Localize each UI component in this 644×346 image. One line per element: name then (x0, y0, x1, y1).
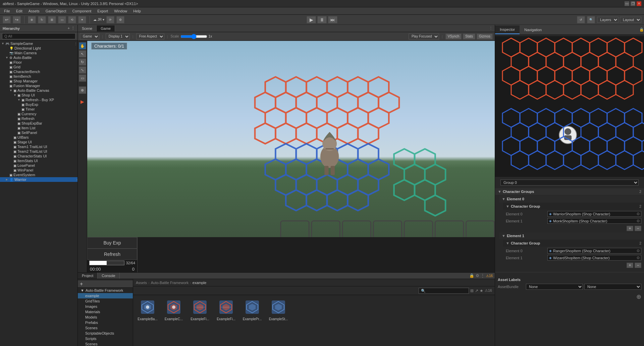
breadcrumb-assets[interactable]: Assets (136, 281, 147, 285)
tree-item-refresh[interactable]: ▣ Refresh (0, 116, 77, 121)
tool-custom[interactable]: ⊕ (79, 86, 86, 94)
tree-item-sellpanel[interactable]: ▣ SellPanel (0, 130, 77, 135)
tree-item-itemstatsui[interactable]: ▣ ItemStats UI (0, 158, 77, 163)
toolbar-undo-btn[interactable]: ↩ (3, 16, 11, 23)
pause-button[interactable]: ⏸ (317, 16, 327, 23)
tree-item-shopexpbar[interactable]: ▣ ShopExpBar (0, 121, 77, 126)
menu-assets[interactable]: Assets (26, 8, 42, 14)
project-tab[interactable]: Project (78, 273, 98, 279)
tree-item-directionallight[interactable]: 💡 Directional Light (0, 46, 77, 51)
tree-item-team1traitlist[interactable]: ▣ Team1 TraitList UI (0, 144, 77, 149)
menu-window[interactable]: Window (111, 8, 130, 14)
tool-arrow[interactable]: ↖ (79, 50, 86, 58)
display-dropdown[interactable]: Display 1 (106, 33, 130, 40)
asset-variant-dropdown[interactable]: None (584, 284, 641, 290)
bottom-lock-icon[interactable]: 🔒 (469, 273, 474, 278)
toolbar-scale-btn[interactable]: ⊞ (48, 16, 56, 23)
tree-item-warrior[interactable]: ► 👤 Warrior › (0, 177, 77, 182)
tree-item-maincamera[interactable]: 📷 Main Camera (0, 51, 77, 55)
toolbar-move-btn[interactable]: ⊕ (28, 16, 36, 23)
cg0-e1-ref-btn[interactable]: ⊙ (637, 219, 640, 223)
cg1-add-btn[interactable]: + (627, 263, 633, 268)
tree-item-winpanel[interactable]: ▣ WinPanel (0, 168, 77, 172)
toolbar-transform-btn[interactable]: ⟲ (68, 16, 76, 23)
play-focused-dropdown[interactable]: Play Focused (409, 33, 439, 40)
menu-file[interactable]: File (1, 8, 13, 14)
proj-prefabs[interactable]: Prefabs (78, 320, 133, 325)
proj-scenes[interactable]: Scenes (78, 325, 133, 331)
cg0-add-btn[interactable]: + (627, 226, 633, 231)
proj-images[interactable]: Images (78, 304, 133, 309)
aspect-dropdown[interactable]: Free Aspect (136, 33, 164, 40)
tree-item-charstatsui[interactable]: ▣ CharacterStats UI (0, 154, 77, 158)
proj-tool-icon3[interactable]: ★ (480, 288, 483, 293)
gizmos-btn[interactable]: Gizmos (477, 33, 493, 40)
game-viewport[interactable]: Characters: 0/1 (87, 41, 495, 272)
menu-edit[interactable]: Edit (13, 8, 25, 14)
toolbar-cloud-btn[interactable]: ⚙ (116, 16, 124, 23)
cg0-remove-btn[interactable]: − (635, 226, 641, 231)
tree-item-canvasbattle[interactable]: ▼ ▣ Auto-Battle Canvas (0, 88, 77, 93)
tool-rect[interactable]: ▭ (79, 74, 86, 82)
tree-item-buyexp[interactable]: ▣ BuyExp (0, 102, 77, 107)
character-groups-header[interactable]: ▼ Character Groups 2 (495, 188, 644, 195)
cg1-e0-ref-btn[interactable]: ⊙ (637, 249, 640, 253)
console-tab[interactable]: Console (98, 273, 119, 279)
play-button[interactable]: ▶ (307, 16, 316, 23)
cg1-header[interactable]: ▼ Character Group 2 (503, 240, 644, 247)
tree-item-team2traitlist[interactable]: ▣ Team2 TraitList UI (0, 149, 77, 154)
cg1-e1-ref-btn[interactable]: ⊙ (637, 256, 640, 260)
tree-item-itemlist[interactable]: ▣ Item List (0, 126, 77, 130)
element1-header[interactable]: ▼ Element 1 (499, 232, 644, 239)
tabs-menu[interactable]: ⋮ (489, 26, 495, 30)
cg0-e1-ref[interactable]: ◈ MonkShopItem (Shop Character) ⊙ (547, 218, 641, 224)
minimize-button[interactable]: — (625, 1, 629, 6)
asset-bundle-dropdown[interactable]: None (526, 284, 583, 290)
menu-export[interactable]: Export (95, 8, 111, 14)
tree-item-samplegame[interactable]: ▼ 🎮 SampleGame ⋮ (0, 41, 77, 46)
toolbar-rect-btn[interactable]: ▭ (58, 16, 66, 23)
hierarchy-menu-icon[interactable]: ⋮ (71, 26, 75, 30)
tool-rotate[interactable]: ↻ (79, 58, 86, 66)
toolbar-collab-btn[interactable]: ⟳ (106, 16, 114, 23)
tree-item-charbench[interactable]: ▣ CharacterBench (0, 69, 77, 74)
breadcrumb-example[interactable]: example (193, 281, 207, 285)
breadcrumb-framework[interactable]: Auto-Battle Framework (151, 281, 189, 285)
file-item-2[interactable]: ExampleFi... (188, 298, 212, 321)
cg1-e0-ref[interactable]: ◈ RangerShopItem (Shop Character) ⊙ (547, 248, 641, 254)
menu-component[interactable]: Component (69, 8, 94, 14)
tree-item-fusionmanager[interactable]: ▣ Fusion Manager (0, 83, 77, 88)
proj-models[interactable]: Models (78, 315, 133, 320)
game-tab[interactable]: Game (97, 25, 115, 31)
tree-item-itembench[interactable]: ▣ ItemBench (0, 74, 77, 79)
vsynch-btn[interactable]: VSynch (445, 33, 462, 40)
proj-scripts[interactable]: Scripts (78, 336, 133, 341)
refresh-button[interactable]: Refresh (87, 249, 137, 260)
hierarchy-add-icon[interactable]: + (68, 26, 70, 30)
tool-hand[interactable]: ✋ (79, 42, 86, 50)
cg1-e1-ref[interactable]: ◈ WizardShopItem (Shop Character) ⊙ (547, 255, 641, 261)
layout-dropdown[interactable]: Layout (620, 17, 641, 23)
shop-panel[interactable] (138, 237, 495, 272)
tree-item-currency[interactable]: ▣ Currency (0, 112, 77, 116)
tree-item-refreshbuyxp[interactable]: ▼ ▣ Refresh - Buy XP (0, 97, 77, 102)
proj-tool-icon2[interactable]: ↗ (475, 288, 478, 293)
tree-item-uibars[interactable]: ▣ UIBars (0, 135, 77, 140)
step-button[interactable]: ⏭ (328, 16, 337, 23)
tree-item-grid[interactable]: ▣ Grid (0, 65, 77, 69)
toolbar-custom-btn[interactable]: ✦ (78, 16, 86, 23)
scene-tab[interactable]: Scene (78, 25, 97, 31)
proj-tool-icon1[interactable]: ⊞ (470, 288, 474, 293)
file-item-5[interactable]: ExampleSt... (267, 298, 290, 321)
warrior-arrow-right[interactable]: › (76, 178, 77, 182)
tree-item-autobattle[interactable]: ▼ ⚙ Auto-Battle (0, 55, 77, 60)
cg0-e0-ref-btn[interactable]: ⊙ (637, 212, 640, 216)
menu-gameobject[interactable]: GameObject (43, 8, 69, 14)
tool-scale2[interactable]: ⤡ (79, 66, 86, 74)
project-search-input[interactable] (419, 288, 469, 294)
inspector-lock-icon[interactable]: 🔒 (639, 27, 644, 32)
proj-autobattle-framework[interactable]: ▼ Auto-Battle Framework (78, 288, 133, 293)
bottom-menu-icon[interactable]: ⋮ (481, 273, 485, 278)
toolbar-cloud2-btn[interactable]: ↺ (577, 16, 585, 23)
toolbar-rotate-btn[interactable]: ↻ (38, 16, 46, 23)
